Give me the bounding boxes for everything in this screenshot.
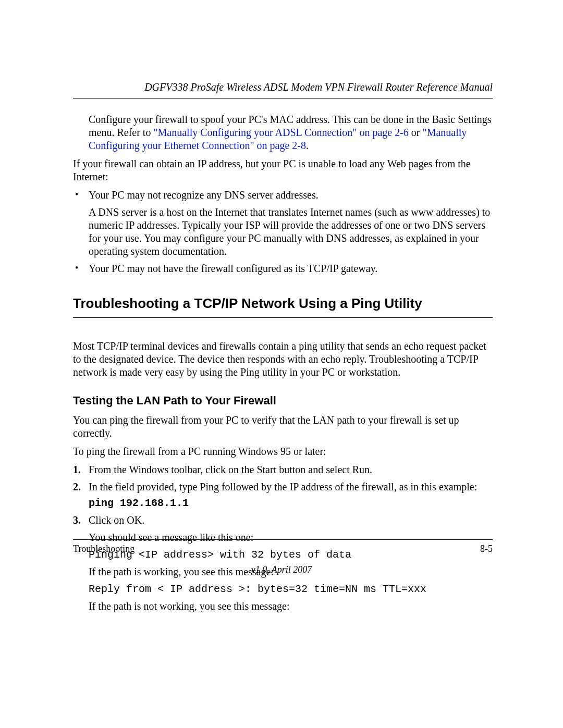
ordered-steps: From the Windows toolbar, click on the S… (73, 463, 493, 613)
link-adsl-config[interactable]: "Manually Configuring your ADSL Connecti… (153, 127, 408, 138)
bullet-lead: Your PC may not have the firewall config… (89, 262, 493, 275)
step-1-text: From the Windows toolbar, click on the S… (89, 464, 372, 475)
step-1: From the Windows toolbar, click on the S… (73, 463, 493, 476)
running-header: DGFV338 ProSafe Wireless ADSL Modem VPN … (73, 81, 493, 98)
subsection-heading-lan-path: Testing the LAN Path to Your Firewall (73, 393, 493, 408)
footer-version: v1.0, April 2007 (0, 564, 563, 576)
step-3-p3: If the path is not working, you see this… (89, 600, 493, 613)
step-3-code2: Reply from < IP address >: bytes=32 time… (89, 583, 493, 596)
intro-refer-paragraph: Configure your firewall to spoof your PC… (89, 113, 493, 152)
footer-chapter: Troubleshooting (73, 543, 134, 555)
step-2-text: In the field provided, type Ping followe… (89, 481, 477, 492)
intro-after: . (306, 140, 309, 151)
intro-between: or (409, 127, 423, 138)
page: DGFV338 ProSafe Wireless ADSL Modem VPN … (0, 0, 563, 728)
section-heading-ping: Troubleshooting a TCP/IP Network Using a… (73, 295, 493, 318)
step-2: In the field provided, type Ping followe… (73, 480, 493, 510)
section-intro: Most TCP/IP terminal devices and firewal… (73, 340, 493, 379)
step-3: Click on OK. You should see a message li… (73, 514, 493, 613)
footer-page-number: 8-5 (480, 543, 493, 555)
paragraph-ip-address: If your firewall can obtain an IP addres… (73, 157, 493, 183)
subsection-p2: To ping the firewall from a PC running W… (73, 445, 493, 458)
page-footer: Troubleshooting 8-5 (73, 539, 493, 555)
bullet-detail: A DNS server is a host on the Internet t… (89, 206, 493, 258)
bullet-item-dns: Your PC may not recognize any DNS server… (73, 189, 493, 258)
bullet-item-gateway: Your PC may not have the firewall config… (73, 262, 493, 275)
bullet-list: Your PC may not recognize any DNS server… (73, 189, 493, 275)
bullet-lead: Your PC may not recognize any DNS server… (89, 189, 493, 202)
step-3-text: Click on OK. (89, 514, 144, 526)
step-2-code: ping 192.168.1.1 (89, 497, 493, 510)
subsection-p1: You can ping the firewall from your PC t… (73, 414, 493, 440)
